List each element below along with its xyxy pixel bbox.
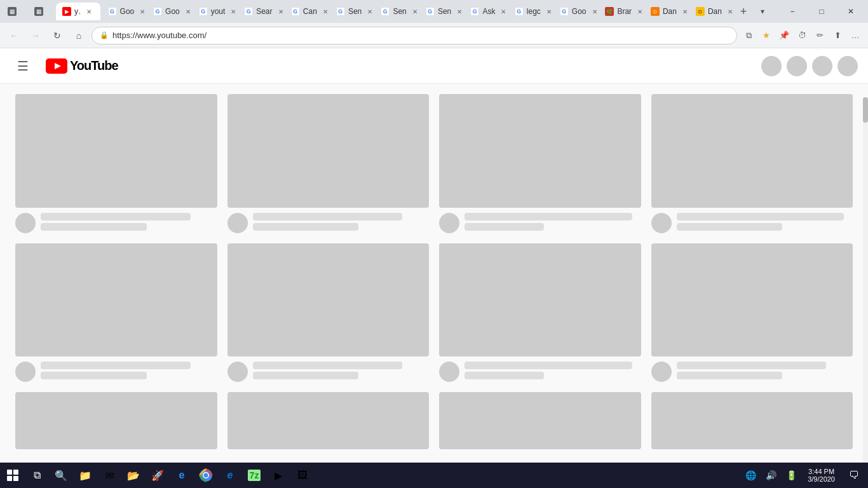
tab-youtube[interactable]: ▶ yout ✕ bbox=[56, 3, 100, 20]
tab-close-yt[interactable]: ✕ bbox=[84, 6, 94, 17]
yt-avatar-2[interactable] bbox=[787, 56, 807, 76]
bookmark-button[interactable]: ★ bbox=[759, 28, 774, 43]
file-manager-button[interactable]: 📂 bbox=[122, 464, 145, 487]
video-thumbnail-8[interactable] bbox=[651, 243, 853, 357]
video-thumbnail-5[interactable] bbox=[15, 243, 217, 357]
7zip-button[interactable]: 7z bbox=[243, 464, 266, 487]
file-explorer-button[interactable]: 📁 bbox=[74, 464, 97, 487]
tab-goo1[interactable]: G Goo ✕ bbox=[102, 3, 146, 20]
tab-dropdown-button[interactable]: ▾ bbox=[754, 3, 771, 20]
yt-menu-icon[interactable]: ☰ bbox=[10, 53, 36, 79]
tab-close-dan2[interactable]: ✕ bbox=[725, 6, 733, 17]
video-thumbnail-11[interactable] bbox=[439, 392, 641, 449]
tab-goo2[interactable]: G Goo ✕ bbox=[147, 3, 191, 20]
more-button[interactable]: … bbox=[848, 28, 863, 43]
yt-avatar-3[interactable] bbox=[812, 56, 832, 76]
taskbar-clock[interactable]: 3:44 PM 3/9/2020 bbox=[803, 464, 840, 487]
yt-content[interactable] bbox=[0, 84, 868, 463]
tab-close-sen2[interactable]: ✕ bbox=[410, 6, 418, 17]
search-button[interactable]: 🔍 bbox=[50, 464, 72, 487]
yt-avatar-4[interactable] bbox=[837, 56, 858, 76]
channel-avatar-8[interactable] bbox=[651, 362, 672, 382]
tray-network-icon[interactable]: 🌐 bbox=[742, 464, 759, 487]
channel-avatar-5[interactable] bbox=[15, 362, 36, 382]
tray-battery-icon[interactable]: 🔋 bbox=[782, 464, 800, 487]
tab-close-goo3[interactable]: ✕ bbox=[590, 6, 598, 17]
history-button[interactable]: ⏱ bbox=[794, 28, 810, 43]
channel-avatar-2[interactable] bbox=[227, 213, 248, 233]
tab-close-goo2[interactable]: ✕ bbox=[183, 6, 191, 17]
start-button[interactable] bbox=[3, 465, 23, 485]
tab-goo3[interactable]: G Goo ✕ bbox=[553, 3, 598, 20]
video-thumbnail-2[interactable] bbox=[227, 94, 430, 208]
channel-avatar-3[interactable] bbox=[439, 213, 459, 233]
channel-avatar-4[interactable] bbox=[651, 213, 672, 233]
chrome-button[interactable] bbox=[194, 464, 217, 487]
tab-dan2[interactable]: D Dan ✕ bbox=[689, 3, 733, 20]
address-input-wrap[interactable]: 🔒 https://www.youtube.com/ bbox=[92, 27, 737, 44]
home-button[interactable]: ⌂ bbox=[70, 27, 88, 44]
channel-avatar-1[interactable] bbox=[15, 213, 36, 233]
video-info-3 bbox=[439, 213, 641, 233]
tab-close-legc[interactable]: ✕ bbox=[544, 6, 552, 17]
video-thumbnail-9[interactable] bbox=[15, 392, 217, 449]
yt-avatar-1[interactable] bbox=[761, 56, 782, 76]
new-tab-button[interactable]: + bbox=[735, 3, 752, 20]
tab-close-sen1[interactable]: ✕ bbox=[365, 6, 373, 17]
mail-button[interactable]: ✉ bbox=[98, 464, 121, 487]
video-text-7 bbox=[465, 362, 641, 379]
edge-legacy-icon: e bbox=[179, 470, 185, 481]
tab-close-ask[interactable]: ✕ bbox=[498, 6, 506, 17]
store-button[interactable]: 🚀 bbox=[146, 464, 169, 487]
video-thumbnail-12[interactable] bbox=[651, 392, 853, 449]
maximize-button[interactable]: □ bbox=[807, 0, 836, 23]
tab-sen3[interactable]: G Sen ✕ bbox=[419, 3, 463, 20]
scroll-thumb[interactable] bbox=[863, 97, 868, 123]
tab-close-sen3[interactable]: ✕ bbox=[454, 6, 463, 17]
tab-sen2[interactable]: G Sen ✕ bbox=[374, 3, 418, 20]
refresh-button[interactable]: ↻ bbox=[48, 27, 66, 44]
tab-close-dan1[interactable]: ✕ bbox=[680, 6, 688, 17]
notification-center-button[interactable]: 🗨 bbox=[843, 464, 865, 487]
pin-button[interactable]: 📌 bbox=[776, 28, 792, 43]
tab-system2[interactable]: ▦ bbox=[29, 3, 55, 20]
video-thumbnail-1[interactable] bbox=[15, 94, 217, 208]
forward-button[interactable]: → bbox=[27, 27, 44, 44]
tab-sear[interactable]: G Sear ✕ bbox=[238, 3, 283, 20]
video-thumbnail-3[interactable] bbox=[439, 94, 641, 208]
tab-yout[interactable]: G yout ✕ bbox=[193, 3, 237, 20]
tab-braintree[interactable]: 🌿 Brar ✕ bbox=[599, 3, 643, 20]
tab-ask[interactable]: G Ask ✕ bbox=[464, 3, 506, 20]
tab-dan1[interactable]: D Dan ✕ bbox=[644, 3, 688, 20]
tab-close-yout[interactable]: ✕ bbox=[228, 6, 236, 17]
minimize-button[interactable]: − bbox=[778, 0, 807, 23]
task-view-button[interactable]: ⧉ bbox=[25, 464, 48, 487]
back-button[interactable]: ← bbox=[5, 27, 23, 44]
close-button[interactable]: ✕ bbox=[836, 0, 865, 23]
photo-viewer-button[interactable]: 🖼 bbox=[291, 464, 314, 487]
media-player-button[interactable]: ▶ bbox=[267, 464, 290, 487]
pen-button[interactable]: ✏ bbox=[812, 28, 827, 43]
tab-close-can[interactable]: ✕ bbox=[320, 6, 329, 17]
video-thumbnail-7[interactable] bbox=[439, 243, 641, 357]
video-thumbnail-10[interactable] bbox=[227, 392, 430, 449]
tab-close-sear[interactable]: ✕ bbox=[276, 6, 283, 17]
tab-close-goo1[interactable]: ✕ bbox=[137, 6, 146, 17]
edge-legacy-button[interactable]: e bbox=[170, 464, 193, 487]
channel-avatar-6[interactable] bbox=[227, 362, 248, 382]
video-thumbnail-6[interactable] bbox=[227, 243, 430, 357]
edge-new-button[interactable]: e bbox=[219, 464, 241, 487]
share-button[interactable]: ⬆ bbox=[830, 28, 845, 43]
yt-logo[interactable]: YouTube bbox=[46, 58, 118, 74]
tab-system1[interactable]: ▦ bbox=[3, 3, 28, 20]
split-view-button[interactable]: ⧉ bbox=[741, 28, 756, 43]
scroll-track[interactable] bbox=[863, 97, 868, 463]
tab-close-braintree[interactable]: ✕ bbox=[635, 6, 643, 17]
tab-legc[interactable]: G legc ✕ bbox=[508, 3, 552, 20]
tab-sen1[interactable]: G Sen ✕ bbox=[330, 3, 374, 20]
tab-can[interactable]: G Can ✕ bbox=[285, 3, 329, 20]
tray-sound-icon[interactable]: 🔊 bbox=[762, 464, 780, 487]
channel-avatar-7[interactable] bbox=[439, 362, 459, 382]
video-thumbnail-4[interactable] bbox=[651, 94, 853, 208]
skeleton-sub-7 bbox=[465, 372, 544, 379]
